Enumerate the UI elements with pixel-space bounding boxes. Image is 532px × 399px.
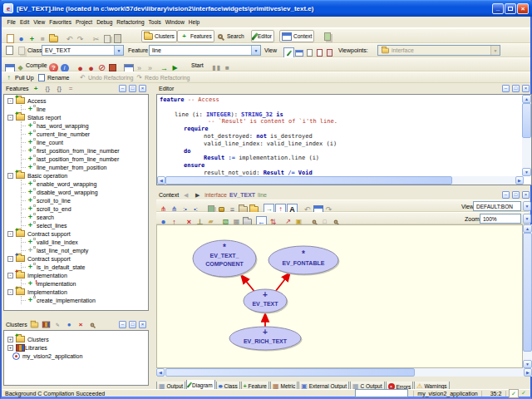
feature-page-icon[interactable] [16,45,27,56]
feature-combo[interactable]: line▼ [149,45,261,56]
clusters-header-class-icon[interactable]: ● [65,320,74,329]
viewpoints-combo[interactable]: interface▼ [377,45,500,56]
menu-debug[interactable]: Debug [95,19,115,25]
tree-item[interactable]: +has_word_wrapping [4,121,148,130]
diagram-hscroll-thumb[interactable] [165,368,415,377]
redo-refactoring-icon[interactable]: ↷ [135,73,144,82]
context-forward-icon[interactable]: ▶ [193,190,202,200]
tree-expand-icon[interactable]: - [7,98,13,104]
tree-expand-icon[interactable]: - [7,173,13,179]
status-input[interactable] [355,389,408,397]
diagram-node-ev-rich-text[interactable]: +EV_RICH_TEXT [229,327,303,352]
editor-vscroll-thumb[interactable] [522,103,531,138]
status-check1-icon[interactable]: ✓ [509,389,519,398]
diagram-scroll-right-icon[interactable]: ▶ [524,368,532,377]
clusters-restore-icon[interactable]: □ [129,321,136,328]
tree-item[interactable]: +scroll_to_end [4,204,148,213]
diagram-scroll-down-icon[interactable]: ▼ [523,360,532,368]
clusters-header-delete-icon[interactable]: × [76,320,86,329]
diagram-vscrollbar[interactable]: ▲ ▼ [523,224,532,368]
diagram-scroll-left-icon[interactable]: ◀ [156,368,165,377]
menu-favorites[interactable]: Favorites [47,19,74,25]
class-combo[interactable]: EV_TEXT▼ [42,45,124,56]
tree-item[interactable]: +select_lines [4,221,148,229]
send-to-external-icon[interactable] [322,31,332,42]
diagram-view-combo[interactable]: DEFAULT:BON [473,201,521,211]
code-editor[interactable]: feature -- Accessline (i: INTEGER): STRI… [158,96,522,177]
tree-item[interactable]: +last_line_not_empty [4,246,148,254]
diagram-view-dropdown-icon[interactable]: ▼ [523,201,531,211]
editor-close-icon[interactable]: × [522,85,530,92]
tree-item[interactable]: +create_implementation [4,296,148,304]
tree-expand-icon[interactable]: + [7,345,13,351]
tree-item[interactable]: -+Contract support [4,229,148,238]
tree-item[interactable]: -+Status report [4,113,148,121]
tree-item[interactable]: +disable_word_wrapping [4,188,148,196]
editor-hscroll-thumb[interactable] [165,176,452,185]
clusters-toggle-button[interactable]: Clusters [141,30,177,42]
tree-expand-icon[interactable]: - [7,273,13,278]
clusters-minimize-icon[interactable]: – [119,321,126,328]
pull-up-icon[interactable]: ↑ [4,73,13,82]
features-close-icon[interactable]: × [139,85,146,92]
diagram-node-ev-text[interactable]: +EV_TEXT [244,289,288,314]
crumb-view[interactable]: interface [204,192,227,198]
menu-tools[interactable]: Tools [146,19,163,25]
rename-label[interactable]: Rename [47,75,69,81]
tree-item[interactable]: +line [4,105,148,113]
crumb-feature[interactable]: line [258,192,267,198]
context-minimize-icon[interactable]: – [502,191,510,199]
diagram-scroll-up-icon[interactable]: ▲ [523,224,532,233]
editor-hscrollbar[interactable]: ◀ ▶ [157,176,524,185]
tree-item[interactable]: +current_line_number [4,130,148,138]
diagram-zoom-combo[interactable]: 100% [480,214,521,224]
editor-scroll-left-icon[interactable]: ◀ [157,176,165,185]
tree-item[interactable]: +valid_line_index [4,238,148,246]
menu-help[interactable]: Help [186,19,201,25]
search-button[interactable]: Search [216,30,246,42]
tree-item[interactable]: ++Clusters [4,335,148,343]
editor-scroll-down-icon[interactable]: ▼ [522,168,531,176]
features-toggle-button[interactable]: +Features [177,30,214,42]
tree-item[interactable]: +last_position_from_line_number [4,155,148,163]
tree-item[interactable]: +enable_word_wrapping [4,180,148,188]
rename-icon[interactable] [37,73,46,82]
features-header-eq-icon[interactable]: = [66,84,76,93]
tree-item[interactable]: +line_count [4,138,148,146]
features-header-add-icon[interactable]: + [32,84,41,93]
context-toggle-button[interactable]: Context [279,30,314,42]
tree-item[interactable]: -+Basic operation [4,171,148,180]
tree-item[interactable]: +first_position_from_line_number [4,146,148,155]
clusters-header-search-icon[interactable] [88,320,97,329]
tree-item[interactable]: +Libraries [4,343,148,352]
class-page-icon[interactable] [4,45,15,56]
tree-item[interactable]: +line_number_from_position [4,163,148,171]
features-minimize-icon[interactable]: – [119,85,126,92]
diagram-node-ev-text-component[interactable]: *EV_TEXT_COMPONENT [193,240,258,278]
menu-window[interactable]: Window [163,19,186,25]
tree-expand-icon[interactable]: - [7,231,13,237]
crumb-class[interactable]: EV_TEXT [229,192,255,198]
pull-up-label[interactable]: Pull Up [15,75,34,81]
diagram-vscroll-thumb[interactable] [523,233,532,352]
tree-item[interactable]: +!implementation [4,279,148,288]
context-restore-icon[interactable]: □ [512,191,520,199]
maximize-button[interactable] [505,3,516,14]
tree-item[interactable]: -+Contract support [4,254,148,263]
tree-item[interactable]: -+Implementation [4,271,148,279]
tree-item[interactable]: +is_in_default_state [4,263,148,271]
clusters-header-books-icon[interactable] [42,320,51,329]
clusters-header-addfolder-icon[interactable] [30,320,39,329]
tree-item[interactable]: -+Access [4,96,148,105]
diagram-hscrollbar[interactable]: ◀ ▶ [156,368,532,377]
diagram-zoom-dropdown-icon[interactable]: ▼ [523,214,531,224]
menu-edit[interactable]: Edit [17,19,31,25]
editor-scroll-up-icon[interactable]: ▲ [522,95,531,103]
diagram-node-ev-fontable[interactable]: *EV_FONTABLE [268,246,340,276]
features-header-braces1-icon[interactable]: {} [43,84,52,93]
editor-scroll-right-icon[interactable]: ▶ [515,176,524,185]
editor-vscrollbar[interactable]: ▲ ▼ [522,95,531,176]
redo-refactoring-label[interactable]: Redo Refactoring [145,75,190,81]
menu-refactoring[interactable]: Refactoring [115,19,146,25]
start-label[interactable]: Start [191,62,204,68]
